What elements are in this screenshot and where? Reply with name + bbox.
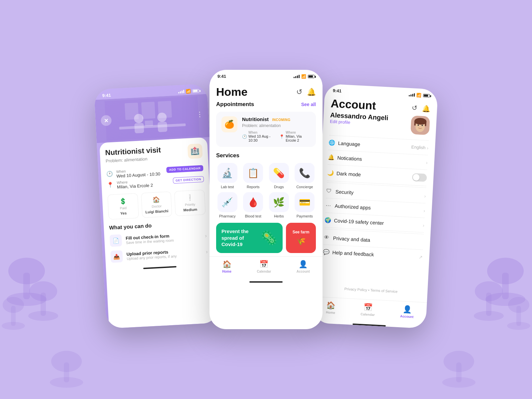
appointment-card[interactable]: 🍊 Nutritionist INCOMING Problem: aliment… <box>216 112 316 147</box>
svg-point-18 <box>50 377 83 388</box>
upload-action[interactable]: 📤 Upload prior reports Upload any prior … <box>110 246 208 263</box>
service-pharmacy[interactable]: 💉 Pharmacy <box>216 192 239 218</box>
reports-label: Reports <box>247 185 260 189</box>
svg-rect-10 <box>502 273 509 299</box>
herbs-icon: 🌿 <box>269 192 289 212</box>
service-labtest[interactable]: 🔬 Lab test <box>216 163 239 189</box>
nav-account-right[interactable]: 👤 Account <box>400 305 414 319</box>
avatar-svg <box>410 115 430 135</box>
help-icon: 💬 <box>323 249 332 255</box>
svg-point-11 <box>487 258 524 284</box>
doctor-pill: 🏠 Doctor Luigi Bianchi <box>141 192 172 218</box>
svg-point-8 <box>3 297 24 313</box>
clock-icon-appt: 🕐 <box>242 134 247 139</box>
calendar-nav-icon-middle: 📅 <box>259 260 268 269</box>
covid-promo-card[interactable]: Prevent the spread of Covid-19 🦠 <box>216 223 283 253</box>
account-title: Account <box>331 97 376 112</box>
svg-point-20 <box>51 351 82 372</box>
darkmode-toggle[interactable] <box>412 173 427 182</box>
footer-text: Privacy Policy • Terms of Service <box>344 287 398 293</box>
service-drugs[interactable]: 💊 Drugs <box>268 163 290 189</box>
shield-icon: 🛡 <box>326 188 336 194</box>
doctor-value: Luigi Bianchi <box>145 209 169 214</box>
appt-problem: Problem: alimentation <box>242 123 311 128</box>
svg-point-15 <box>507 322 530 330</box>
covid-label: Covid-19 safety center <box>334 218 423 228</box>
user-info: Alessandro Angeli Edit profile <box>330 111 389 127</box>
nav-home-right[interactable]: 🏠 Home <box>326 301 336 315</box>
nav-calendar-label-right: Calendar <box>360 312 375 317</box>
nav-account-middle[interactable]: 👤 Account <box>297 260 310 273</box>
svg-point-12 <box>474 311 504 321</box>
services-section-header: Services <box>216 152 316 159</box>
home-indicator-middle <box>249 281 283 283</box>
service-bloodtest[interactable]: 🩸 Blood test <box>242 192 265 218</box>
status-icons-middle: 📶 <box>294 74 315 79</box>
phone-middle: 9:41 📶 Home ↺ 🔔 Appo <box>209 70 323 329</box>
info-pills: 💲 Paid Yes 🏠 Doctor Luigi Bianchi ❕ Prio… <box>107 190 206 219</box>
priority-pill: ❕ Priority Medium <box>174 190 205 216</box>
exclamation-icon: ❕ <box>186 194 194 201</box>
eye-icon: 👁 <box>324 234 333 241</box>
get-direction-button[interactable]: GET DIRECTION <box>173 176 204 184</box>
checkin-action[interactable]: 📄 Fill out check-in form Save time in th… <box>109 230 207 247</box>
nav-home-middle[interactable]: 🏠 Home <box>222 260 231 273</box>
appt-where-text: Where Milan, Via Ercole 2 <box>286 131 311 142</box>
checkin-chevron-icon: › <box>205 233 207 239</box>
hero-area: ✕ ⋮ <box>94 94 209 143</box>
svg-rect-40 <box>414 120 416 126</box>
notifications-chevron-icon: › <box>426 160 428 165</box>
help-label: Help and feedback <box>332 249 419 260</box>
darkmode-label: Dark mode <box>336 170 413 180</box>
notifications-label: Notications <box>337 155 426 165</box>
service-payments[interactable]: 💳 Payments <box>294 192 316 218</box>
service-herbs[interactable]: 🌿 Herbs <box>268 192 290 218</box>
paid-value: Yes <box>120 211 127 215</box>
upload-text: Upload prior reports Upload any prior re… <box>126 249 177 261</box>
where-value-appt: Milan, Via Ercole 2 <box>286 134 311 142</box>
more-button[interactable]: ⋮ <box>196 110 203 118</box>
settings-list: 🌐 Language English › 🔔 Notications › 🌙 D… <box>315 135 436 287</box>
service-reports[interactable]: 📋 Reports <box>242 163 265 189</box>
svg-rect-26 <box>141 102 156 119</box>
svg-rect-32 <box>158 122 168 132</box>
svg-point-0 <box>7 293 47 306</box>
farm-promo-text: See farm <box>293 230 310 235</box>
services-label: Services <box>216 152 239 159</box>
svg-rect-4 <box>41 293 46 316</box>
paid-pill: 💲 Paid Yes <box>107 193 139 220</box>
history-icon-right[interactable]: ↺ <box>412 104 418 112</box>
history-icon-middle[interactable]: ↺ <box>296 88 302 96</box>
concierge-icon: 📞 <box>295 163 315 183</box>
signal-icon-left <box>178 90 184 93</box>
appt-when-text: When Wed 10 Aug - 10:30 <box>248 131 275 142</box>
add-to-calendar-button[interactable]: ADD TO CALENDAR <box>166 165 203 173</box>
labtest-icon: 🔬 <box>217 163 237 183</box>
labtest-label: Lab test <box>221 185 234 189</box>
time-middle: 9:41 <box>217 74 226 79</box>
appt-name: Nutritionist <box>242 116 269 122</box>
appt-icon-box: 🍊 <box>221 116 237 132</box>
svg-rect-22 <box>456 362 462 382</box>
svg-rect-41 <box>425 121 427 126</box>
hero-svg <box>104 96 200 141</box>
bell-icon-right[interactable]: 🔔 <box>422 104 431 112</box>
nav-calendar-right[interactable]: 📅 Calendar <box>360 303 375 317</box>
farm-promo-card[interactable]: See farm 🌾 <box>286 223 316 253</box>
see-all-button[interactable]: See all <box>301 102 316 107</box>
reports-icon: 📋 <box>243 163 263 183</box>
appointments-label: Appointments <box>216 101 254 108</box>
status-icons-right: 📶 <box>409 92 430 98</box>
nav-calendar-middle[interactable]: 📅 Calendar <box>257 260 271 273</box>
bell-icon-middle[interactable]: 🔔 <box>307 88 316 96</box>
service-concierge[interactable]: 📞 Concierge <box>294 163 316 189</box>
nav-account-label-middle: Account <box>297 270 310 273</box>
hero-bg <box>94 94 209 143</box>
paid-label: Paid <box>120 206 127 210</box>
priority-label: Priority <box>185 202 196 207</box>
appt-details: Nutritionist INCOMING Problem: alimentat… <box>242 116 311 142</box>
house-icon: 🏠 <box>152 196 160 203</box>
svg-point-17 <box>508 297 529 313</box>
home-nav-icon-middle: 🏠 <box>222 260 231 269</box>
phone-left: 9:41 📶 <box>94 84 219 329</box>
